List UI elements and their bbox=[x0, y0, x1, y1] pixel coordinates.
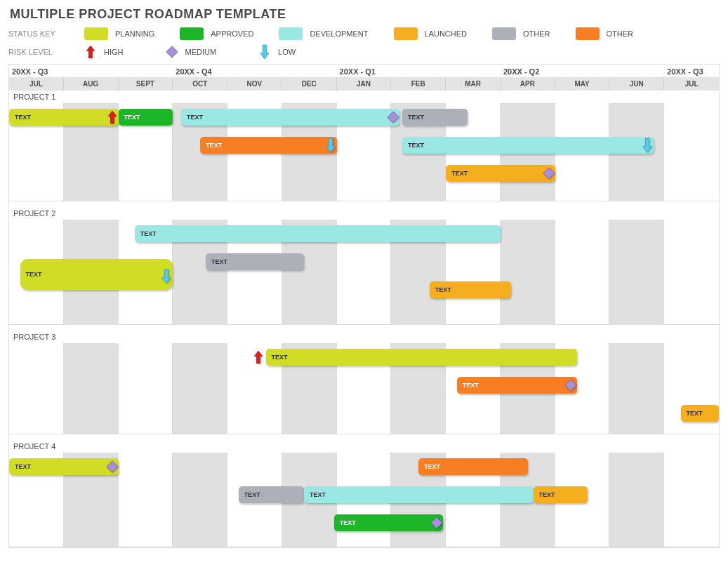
status-key-label: STATUS KEY bbox=[8, 29, 65, 38]
project-lane: TEXTTEXTTEXTTEXTTEXTTEXTTEXT bbox=[9, 103, 719, 201]
task-bar[interactable]: TEXT bbox=[304, 486, 534, 503]
status-swatch bbox=[394, 27, 418, 40]
month-label: JAN bbox=[337, 77, 392, 91]
task-bar[interactable]: TEXT bbox=[239, 486, 304, 503]
risk-label: MEDIUM bbox=[185, 48, 217, 56]
status-legend-item: OTHER bbox=[492, 27, 550, 40]
task-bar[interactable]: TEXT bbox=[266, 349, 577, 366]
task-bar[interactable]: TEXT bbox=[334, 514, 444, 531]
status-label: OTHER bbox=[523, 29, 550, 38]
status-swatch bbox=[279, 27, 303, 40]
risk-legend-item: MEDIUM bbox=[166, 44, 217, 60]
task-label: TEXT bbox=[451, 170, 468, 177]
task-bar[interactable]: TEXT bbox=[681, 405, 719, 422]
status-legend-item: DEVELOPMENT bbox=[279, 27, 368, 40]
task-bar[interactable]: TEXT bbox=[534, 486, 588, 503]
task-bar[interactable]: TEXT bbox=[402, 109, 468, 126]
status-label: LAUNCHED bbox=[425, 29, 468, 38]
task-label: TEXT bbox=[140, 230, 157, 237]
task-label: TEXT bbox=[187, 114, 203, 121]
task-bar[interactable]: TEXT bbox=[418, 458, 528, 475]
page-title: MULTIPLE PROJECT ROADMAP TEMPLATE bbox=[10, 7, 720, 22]
task-bar[interactable]: TEXT bbox=[135, 225, 501, 242]
status-swatch bbox=[180, 27, 204, 40]
task-bar[interactable]: TEXT bbox=[457, 377, 577, 394]
task-bar[interactable]: TEXT bbox=[119, 109, 173, 126]
task-bar[interactable]: TEXT bbox=[181, 109, 399, 126]
task-label: TEXT bbox=[463, 382, 479, 389]
status-legend-row: STATUS KEY PLANNINGAPPROVEDDEVELOPMENTLA… bbox=[8, 27, 720, 40]
status-label: OTHER bbox=[607, 29, 634, 38]
task-label: TEXT bbox=[124, 114, 140, 121]
task-label: TEXT bbox=[211, 258, 227, 265]
status-label: DEVELOPMENT bbox=[310, 29, 368, 38]
risk-legend-item: HIGH bbox=[84, 44, 124, 60]
month-label: FEB bbox=[391, 77, 446, 91]
quarter-label: 20XX - Q4 bbox=[173, 65, 227, 77]
status-legend-item: LAUNCHED bbox=[394, 27, 468, 40]
task-label: TEXT bbox=[206, 142, 222, 149]
month-label: JUL bbox=[9, 77, 64, 91]
task-bar[interactable]: TEXT bbox=[402, 137, 654, 154]
status-swatch bbox=[576, 27, 600, 40]
risk-legend-row: RISK LEVEL HIGHMEDIUMLOW bbox=[8, 44, 720, 60]
month-label: DEC bbox=[282, 77, 337, 91]
task-bar[interactable]: TEXT bbox=[200, 137, 336, 154]
risk-low-icon bbox=[258, 44, 271, 60]
quarter-label: 20XX - Q3 bbox=[664, 65, 719, 77]
status-legend-item: PLANNING bbox=[84, 27, 154, 40]
month-label: OCT bbox=[173, 77, 227, 91]
quarter-label: 20XX - Q1 bbox=[337, 65, 392, 77]
month-row: JULAUGSEPTOCTNOVDECJANFEBMARAPRMAYJUNJUL bbox=[9, 77, 719, 91]
task-label: TEXT bbox=[244, 491, 260, 498]
status-swatch bbox=[84, 27, 108, 40]
risk-label: HIGH bbox=[104, 48, 124, 56]
month-label: MAY bbox=[555, 77, 610, 91]
task-bar[interactable]: TEXT bbox=[9, 458, 119, 475]
task-label: TEXT bbox=[539, 491, 555, 498]
task-bar[interactable]: TEXT bbox=[430, 281, 512, 298]
status-legend-item: OTHER bbox=[576, 27, 634, 40]
risk-high-icon bbox=[84, 44, 97, 60]
risk-label: LOW bbox=[278, 48, 296, 56]
risk-high-icon bbox=[251, 349, 266, 365]
status-label: PLANNING bbox=[115, 29, 154, 38]
quarter-row: 20XX - Q320XX - Q420XX - Q120XX - Q220XX… bbox=[9, 65, 719, 77]
status-swatch bbox=[492, 27, 516, 40]
project-lane: TEXTTEXTTEXTTEXT bbox=[9, 220, 719, 325]
month-label: SEPT bbox=[119, 77, 173, 91]
month-label: APR bbox=[501, 77, 555, 91]
month-label: JUN bbox=[609, 77, 664, 91]
task-label: TEXT bbox=[15, 114, 31, 121]
quarter-label: 20XX - Q3 bbox=[9, 65, 64, 77]
project-header: PROJECT 1 bbox=[9, 91, 719, 103]
month-label: AUG bbox=[64, 77, 119, 91]
task-label: TEXT bbox=[340, 519, 356, 526]
quarter-label: 20XX - Q2 bbox=[501, 65, 555, 77]
task-label: TEXT bbox=[408, 142, 424, 149]
risk-legend-item: LOW bbox=[258, 44, 296, 60]
task-bar[interactable]: TEXT bbox=[206, 253, 304, 270]
project-lane: TEXTTEXTTEXT bbox=[9, 343, 719, 434]
project-header: PROJECT 3 bbox=[9, 331, 719, 343]
task-bar[interactable]: TEXT bbox=[9, 109, 119, 126]
task-label: TEXT bbox=[435, 286, 451, 293]
project-lane: TEXTTEXTTEXTTEXTTEXTTEXT bbox=[9, 453, 719, 547]
task-label: TEXT bbox=[272, 354, 288, 361]
task-label: TEXT bbox=[424, 463, 440, 470]
status-label: APPROVED bbox=[211, 29, 253, 38]
task-bar[interactable]: TEXT bbox=[446, 165, 555, 182]
status-legend-item: APPROVED bbox=[180, 27, 253, 40]
project-header: PROJECT 4 bbox=[9, 440, 719, 453]
legend: STATUS KEY PLANNINGAPPROVEDDEVELOPMENTLA… bbox=[8, 27, 720, 60]
month-label: JUL bbox=[664, 77, 719, 91]
project-header: PROJECT 2 bbox=[9, 207, 719, 220]
risk-level-label: RISK LEVEL bbox=[8, 48, 65, 56]
timeline: 20XX - Q320XX - Q420XX - Q120XX - Q220XX… bbox=[8, 64, 720, 548]
month-label: NOV bbox=[227, 77, 282, 91]
task-label: TEXT bbox=[408, 114, 424, 121]
task-label: TEXT bbox=[15, 463, 31, 470]
task-bar[interactable]: TEXT bbox=[20, 259, 173, 290]
month-label: MAR bbox=[446, 77, 501, 91]
task-label: TEXT bbox=[26, 271, 42, 278]
